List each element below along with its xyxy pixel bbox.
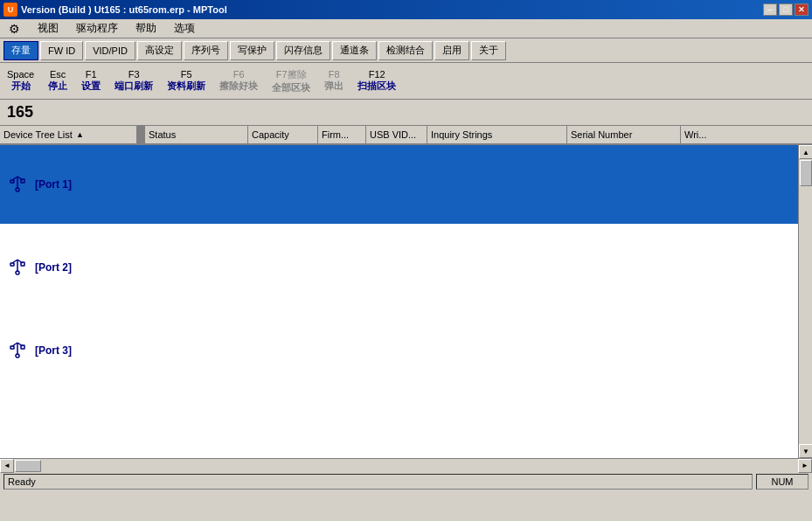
shortcut-f5: F5 资料刷新 bbox=[167, 69, 205, 93]
port2-label: [Port 2] bbox=[35, 261, 72, 274]
menu-bar: ⚙ 视图 驱动程序 帮助 选项 bbox=[0, 19, 812, 38]
menu-options[interactable]: 选项 bbox=[169, 19, 200, 38]
number-value: 165 bbox=[7, 103, 33, 122]
column-header: Device Tree List ▲ Status Capacity Firm.… bbox=[0, 126, 812, 145]
shortcut-bar: Space 开始 Esc 停止 F1 设置 F3 端口刷新 F5 资料刷新 F6… bbox=[0, 63, 812, 100]
svg-point-11 bbox=[16, 271, 19, 274]
tb-detect-combine[interactable]: 检测结合 bbox=[378, 41, 433, 60]
svg-rect-3 bbox=[10, 180, 14, 183]
close-button[interactable]: ✕ bbox=[795, 3, 809, 16]
tb-enable[interactable]: 启用 bbox=[434, 41, 469, 60]
window-title: Version (Build ) Ut165 : ut65rom.erp - M… bbox=[21, 4, 227, 15]
scroll-up-button[interactable]: ▲ bbox=[799, 145, 812, 159]
scrollbar-vertical[interactable]: ▲ ▼ bbox=[798, 145, 812, 458]
shortcut-space: Space 开始 bbox=[7, 69, 34, 93]
tb-cun-liang[interactable]: 存量 bbox=[3, 41, 38, 60]
shortcut-f6: F6 擦除好块 bbox=[219, 69, 258, 93]
shortcut-f3: F3 端口刷新 bbox=[115, 69, 153, 93]
scroll-h-thumb[interactable] bbox=[15, 460, 41, 472]
tb-serial[interactable]: 序列号 bbox=[184, 41, 228, 60]
col-usb-vid: USB VID... bbox=[366, 126, 427, 143]
col-capacity: Capacity bbox=[248, 126, 318, 143]
col-inquiry: Inquiry Strings bbox=[427, 126, 567, 143]
usb-icon-3 bbox=[7, 341, 28, 361]
menu-icon[interactable]: ⚙ bbox=[3, 20, 25, 38]
svg-point-17 bbox=[16, 354, 19, 358]
status-bar: Ready NUM bbox=[0, 472, 812, 490]
usb-icon-1 bbox=[7, 175, 28, 195]
tb-about[interactable]: 关于 bbox=[471, 41, 506, 60]
port2-item[interactable]: [Port 2] bbox=[0, 228, 798, 307]
scroll-h-track[interactable] bbox=[14, 459, 798, 473]
shortcut-f7: F7擦除 全部区块 bbox=[272, 68, 310, 94]
col-wri: Wri... bbox=[681, 126, 725, 143]
tb-write-protect[interactable]: 写保护 bbox=[230, 41, 274, 60]
scroll-track[interactable] bbox=[799, 159, 812, 444]
col-status: Status bbox=[145, 126, 248, 143]
port1-item[interactable]: [Port 1] bbox=[0, 145, 798, 224]
tb-flash-info[interactable]: 闪存信息 bbox=[276, 41, 330, 60]
port3-label: [Port 3] bbox=[35, 344, 72, 357]
minimize-button[interactable]: ─ bbox=[763, 3, 777, 16]
shortcut-f8: F8 弹出 bbox=[324, 69, 344, 93]
status-numlock: NUM bbox=[756, 474, 809, 490]
tb-channel[interactable]: 通道条 bbox=[332, 41, 377, 60]
main-container: [Port 1] [Port 2] bbox=[0, 145, 812, 458]
status-ready: Ready bbox=[3, 474, 753, 490]
tb-high-set[interactable]: 高设定 bbox=[137, 41, 182, 60]
col-serial: Serial Number bbox=[567, 126, 681, 143]
shortcut-f1: F1 设置 bbox=[81, 69, 101, 93]
svg-rect-16 bbox=[21, 345, 24, 349]
shortcut-esc: Esc 停止 bbox=[48, 69, 67, 93]
svg-rect-10 bbox=[21, 262, 24, 266]
scroll-right-button[interactable]: ► bbox=[798, 459, 812, 473]
svg-point-5 bbox=[16, 188, 19, 191]
svg-rect-15 bbox=[10, 346, 14, 349]
number-display: 165 bbox=[0, 100, 812, 126]
tb-vid-pid[interactable]: VID/PID bbox=[85, 41, 135, 60]
maximize-button[interactable]: □ bbox=[779, 3, 793, 16]
tb-fw-id[interactable]: FW ID bbox=[40, 41, 83, 60]
menu-view[interactable]: 视图 bbox=[32, 19, 64, 38]
svg-rect-4 bbox=[21, 179, 24, 183]
svg-rect-9 bbox=[10, 263, 14, 266]
port1-label: [Port 1] bbox=[35, 178, 72, 191]
toolbar: 存量 FW ID VID/PID 高设定 序列号 写保护 闪存信息 通道条 检测… bbox=[0, 38, 812, 63]
shortcut-f12: F12 扫描区块 bbox=[357, 69, 396, 93]
app-icon: U bbox=[3, 3, 17, 17]
scrollbar-horizontal[interactable]: ◄ ► bbox=[0, 458, 812, 472]
col-firm: Firm... bbox=[318, 126, 366, 143]
menu-driver[interactable]: 驱动程序 bbox=[71, 19, 123, 38]
title-bar: U Version (Build ) Ut165 : ut65rom.erp -… bbox=[0, 0, 812, 19]
scroll-down-button[interactable]: ▼ bbox=[799, 444, 812, 458]
sort-icon: ▲ bbox=[76, 130, 84, 139]
scroll-left-button[interactable]: ◄ bbox=[0, 459, 14, 473]
content-area: [Port 1] [Port 2] bbox=[0, 145, 798, 458]
port3-item[interactable]: [Port 3] bbox=[0, 311, 798, 390]
scroll-thumb[interactable] bbox=[800, 160, 812, 186]
col-device-tree: Device Tree List ▲ bbox=[0, 126, 137, 143]
menu-help[interactable]: 帮助 bbox=[130, 19, 162, 38]
usb-icon-2 bbox=[7, 258, 28, 278]
